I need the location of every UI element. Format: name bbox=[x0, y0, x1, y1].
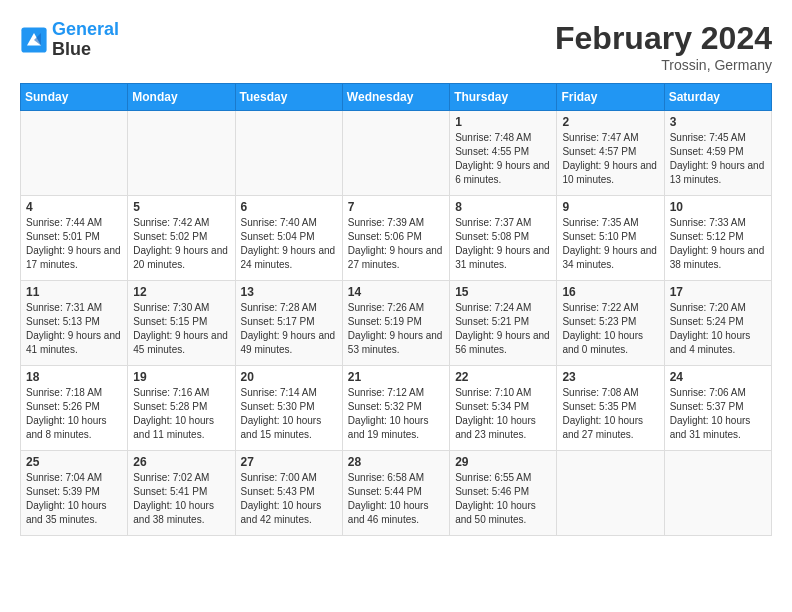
calendar-cell: 10Sunrise: 7:33 AM Sunset: 5:12 PM Dayli… bbox=[664, 196, 771, 281]
calendar-cell: 7Sunrise: 7:39 AM Sunset: 5:06 PM Daylig… bbox=[342, 196, 449, 281]
calendar-cell: 8Sunrise: 7:37 AM Sunset: 5:08 PM Daylig… bbox=[450, 196, 557, 281]
day-info: Sunrise: 7:42 AM Sunset: 5:02 PM Dayligh… bbox=[133, 216, 229, 272]
day-info: Sunrise: 7:30 AM Sunset: 5:15 PM Dayligh… bbox=[133, 301, 229, 357]
calendar-cell: 29Sunrise: 6:55 AM Sunset: 5:46 PM Dayli… bbox=[450, 451, 557, 536]
calendar-cell: 16Sunrise: 7:22 AM Sunset: 5:23 PM Dayli… bbox=[557, 281, 664, 366]
day-info: Sunrise: 7:33 AM Sunset: 5:12 PM Dayligh… bbox=[670, 216, 766, 272]
calendar-cell: 6Sunrise: 7:40 AM Sunset: 5:04 PM Daylig… bbox=[235, 196, 342, 281]
calendar-cell: 15Sunrise: 7:24 AM Sunset: 5:21 PM Dayli… bbox=[450, 281, 557, 366]
day-number: 26 bbox=[133, 455, 229, 469]
calendar-cell: 21Sunrise: 7:12 AM Sunset: 5:32 PM Dayli… bbox=[342, 366, 449, 451]
day-number: 2 bbox=[562, 115, 658, 129]
col-header-thursday: Thursday bbox=[450, 84, 557, 111]
calendar-week-1: 1Sunrise: 7:48 AM Sunset: 4:55 PM Daylig… bbox=[21, 111, 772, 196]
calendar-cell: 3Sunrise: 7:45 AM Sunset: 4:59 PM Daylig… bbox=[664, 111, 771, 196]
col-header-sunday: Sunday bbox=[21, 84, 128, 111]
calendar-cell: 13Sunrise: 7:28 AM Sunset: 5:17 PM Dayli… bbox=[235, 281, 342, 366]
col-header-saturday: Saturday bbox=[664, 84, 771, 111]
col-header-friday: Friday bbox=[557, 84, 664, 111]
day-number: 24 bbox=[670, 370, 766, 384]
day-info: Sunrise: 7:37 AM Sunset: 5:08 PM Dayligh… bbox=[455, 216, 551, 272]
day-info: Sunrise: 7:12 AM Sunset: 5:32 PM Dayligh… bbox=[348, 386, 444, 442]
day-info: Sunrise: 7:10 AM Sunset: 5:34 PM Dayligh… bbox=[455, 386, 551, 442]
calendar-cell: 26Sunrise: 7:02 AM Sunset: 5:41 PM Dayli… bbox=[128, 451, 235, 536]
day-number: 22 bbox=[455, 370, 551, 384]
page-header: General Blue February 2024 Trossin, Germ… bbox=[20, 20, 772, 73]
calendar-week-3: 11Sunrise: 7:31 AM Sunset: 5:13 PM Dayli… bbox=[21, 281, 772, 366]
day-info: Sunrise: 7:06 AM Sunset: 5:37 PM Dayligh… bbox=[670, 386, 766, 442]
day-info: Sunrise: 7:47 AM Sunset: 4:57 PM Dayligh… bbox=[562, 131, 658, 187]
day-number: 18 bbox=[26, 370, 122, 384]
day-number: 6 bbox=[241, 200, 337, 214]
day-info: Sunrise: 7:28 AM Sunset: 5:17 PM Dayligh… bbox=[241, 301, 337, 357]
day-number: 23 bbox=[562, 370, 658, 384]
day-info: Sunrise: 7:14 AM Sunset: 5:30 PM Dayligh… bbox=[241, 386, 337, 442]
day-info: Sunrise: 7:00 AM Sunset: 5:43 PM Dayligh… bbox=[241, 471, 337, 527]
logo: General Blue bbox=[20, 20, 119, 60]
day-number: 15 bbox=[455, 285, 551, 299]
day-info: Sunrise: 7:44 AM Sunset: 5:01 PM Dayligh… bbox=[26, 216, 122, 272]
calendar-cell: 5Sunrise: 7:42 AM Sunset: 5:02 PM Daylig… bbox=[128, 196, 235, 281]
day-number: 29 bbox=[455, 455, 551, 469]
calendar-cell bbox=[664, 451, 771, 536]
day-info: Sunrise: 7:20 AM Sunset: 5:24 PM Dayligh… bbox=[670, 301, 766, 357]
day-info: Sunrise: 7:22 AM Sunset: 5:23 PM Dayligh… bbox=[562, 301, 658, 357]
calendar-cell: 14Sunrise: 7:26 AM Sunset: 5:19 PM Dayli… bbox=[342, 281, 449, 366]
day-number: 17 bbox=[670, 285, 766, 299]
day-number: 4 bbox=[26, 200, 122, 214]
calendar-cell: 1Sunrise: 7:48 AM Sunset: 4:55 PM Daylig… bbox=[450, 111, 557, 196]
logo-icon bbox=[20, 26, 48, 54]
day-info: Sunrise: 7:26 AM Sunset: 5:19 PM Dayligh… bbox=[348, 301, 444, 357]
day-info: Sunrise: 7:35 AM Sunset: 5:10 PM Dayligh… bbox=[562, 216, 658, 272]
day-number: 10 bbox=[670, 200, 766, 214]
col-header-wednesday: Wednesday bbox=[342, 84, 449, 111]
day-number: 19 bbox=[133, 370, 229, 384]
calendar-cell: 12Sunrise: 7:30 AM Sunset: 5:15 PM Dayli… bbox=[128, 281, 235, 366]
day-info: Sunrise: 7:24 AM Sunset: 5:21 PM Dayligh… bbox=[455, 301, 551, 357]
day-info: Sunrise: 6:58 AM Sunset: 5:44 PM Dayligh… bbox=[348, 471, 444, 527]
calendar-cell bbox=[21, 111, 128, 196]
main-title: February 2024 bbox=[555, 20, 772, 57]
day-number: 21 bbox=[348, 370, 444, 384]
calendar-cell: 20Sunrise: 7:14 AM Sunset: 5:30 PM Dayli… bbox=[235, 366, 342, 451]
calendar-cell: 4Sunrise: 7:44 AM Sunset: 5:01 PM Daylig… bbox=[21, 196, 128, 281]
calendar-cell: 28Sunrise: 6:58 AM Sunset: 5:44 PM Dayli… bbox=[342, 451, 449, 536]
day-number: 27 bbox=[241, 455, 337, 469]
day-info: Sunrise: 7:16 AM Sunset: 5:28 PM Dayligh… bbox=[133, 386, 229, 442]
day-info: Sunrise: 6:55 AM Sunset: 5:46 PM Dayligh… bbox=[455, 471, 551, 527]
day-info: Sunrise: 7:18 AM Sunset: 5:26 PM Dayligh… bbox=[26, 386, 122, 442]
col-header-tuesday: Tuesday bbox=[235, 84, 342, 111]
title-block: February 2024 Trossin, Germany bbox=[555, 20, 772, 73]
day-number: 13 bbox=[241, 285, 337, 299]
calendar-cell: 25Sunrise: 7:04 AM Sunset: 5:39 PM Dayli… bbox=[21, 451, 128, 536]
calendar-week-2: 4Sunrise: 7:44 AM Sunset: 5:01 PM Daylig… bbox=[21, 196, 772, 281]
day-number: 14 bbox=[348, 285, 444, 299]
calendar-cell: 19Sunrise: 7:16 AM Sunset: 5:28 PM Dayli… bbox=[128, 366, 235, 451]
calendar-cell: 17Sunrise: 7:20 AM Sunset: 5:24 PM Dayli… bbox=[664, 281, 771, 366]
day-info: Sunrise: 7:48 AM Sunset: 4:55 PM Dayligh… bbox=[455, 131, 551, 187]
calendar-week-5: 25Sunrise: 7:04 AM Sunset: 5:39 PM Dayli… bbox=[21, 451, 772, 536]
calendar-cell: 24Sunrise: 7:06 AM Sunset: 5:37 PM Dayli… bbox=[664, 366, 771, 451]
calendar-cell: 22Sunrise: 7:10 AM Sunset: 5:34 PM Dayli… bbox=[450, 366, 557, 451]
calendar-header-row: SundayMondayTuesdayWednesdayThursdayFrid… bbox=[21, 84, 772, 111]
subtitle: Trossin, Germany bbox=[555, 57, 772, 73]
day-number: 12 bbox=[133, 285, 229, 299]
col-header-monday: Monday bbox=[128, 84, 235, 111]
calendar-cell: 2Sunrise: 7:47 AM Sunset: 4:57 PM Daylig… bbox=[557, 111, 664, 196]
calendar-cell: 18Sunrise: 7:18 AM Sunset: 5:26 PM Dayli… bbox=[21, 366, 128, 451]
day-info: Sunrise: 7:45 AM Sunset: 4:59 PM Dayligh… bbox=[670, 131, 766, 187]
day-info: Sunrise: 7:08 AM Sunset: 5:35 PM Dayligh… bbox=[562, 386, 658, 442]
day-number: 3 bbox=[670, 115, 766, 129]
calendar-table: SundayMondayTuesdayWednesdayThursdayFrid… bbox=[20, 83, 772, 536]
day-info: Sunrise: 7:04 AM Sunset: 5:39 PM Dayligh… bbox=[26, 471, 122, 527]
day-number: 9 bbox=[562, 200, 658, 214]
calendar-cell bbox=[128, 111, 235, 196]
day-number: 5 bbox=[133, 200, 229, 214]
calendar-week-4: 18Sunrise: 7:18 AM Sunset: 5:26 PM Dayli… bbox=[21, 366, 772, 451]
day-number: 8 bbox=[455, 200, 551, 214]
calendar-cell bbox=[342, 111, 449, 196]
day-number: 20 bbox=[241, 370, 337, 384]
calendar-cell: 23Sunrise: 7:08 AM Sunset: 5:35 PM Dayli… bbox=[557, 366, 664, 451]
day-number: 1 bbox=[455, 115, 551, 129]
logo-text: General Blue bbox=[52, 20, 119, 60]
